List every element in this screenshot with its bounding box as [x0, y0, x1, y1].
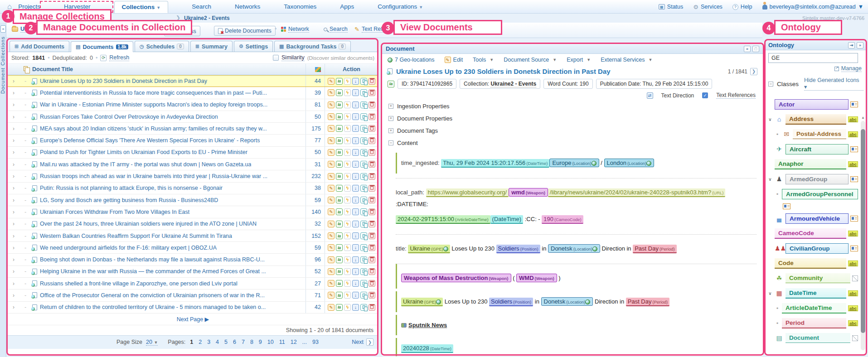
class-name[interactable]: Anaphor — [775, 159, 846, 169]
section-toggle-icon[interactable]: + — [388, 104, 393, 109]
ontology-class-civiliangroup[interactable]: ♟♟CivilianGroup — [767, 242, 858, 254]
copy-action-icon[interactable] — [360, 161, 367, 168]
edit-action-icon[interactable]: ✎ — [328, 101, 335, 108]
download-action-icon[interactable]: ↓ — [352, 137, 359, 144]
delete-action-icon[interactable] — [369, 185, 375, 192]
process-action-icon[interactable]: ϟ — [344, 89, 351, 96]
row-expand-icon[interactable]: › — [8, 233, 19, 239]
class-name[interactable]: Address — [786, 114, 846, 125]
ontology-class-period[interactable]: •Periodabc — [767, 317, 858, 329]
table-row[interactable]: ›-War in Ukraine - Estonian Prime Minist… — [8, 99, 378, 111]
edit-action-icon[interactable]: ✎ — [328, 208, 335, 215]
table-row[interactable]: ›-We need underground airfields for the … — [8, 242, 378, 254]
class-name[interactable]: Community — [786, 273, 850, 283]
process-action-icon[interactable]: ϟ — [344, 113, 351, 120]
download-action-icon[interactable]: ↓ — [352, 208, 359, 215]
row-expand-icon[interactable]: › — [8, 161, 19, 168]
row-expand-icon[interactable]: › — [8, 90, 19, 96]
document-title-text[interactable]: Russians shelled a front-line village in… — [40, 280, 238, 287]
download-action-icon[interactable]: ↓ — [352, 268, 359, 275]
process-action-icon[interactable]: ϟ — [344, 125, 351, 132]
class-name[interactable]: Code — [775, 258, 846, 269]
nav-item-configurations[interactable]: Configurations▼ — [378, 3, 423, 10]
classes-collapse-icon[interactable]: − — [768, 82, 773, 87]
network-link[interactable]: Network — [281, 26, 309, 33]
delete-action-icon[interactable] — [369, 221, 375, 227]
delete-action-icon[interactable] — [369, 173, 375, 180]
document-title-text[interactable]: Western Balkan Countries Reaffirm Suppor… — [40, 233, 232, 239]
ontology-class-actor[interactable]: Actor — [767, 98, 858, 110]
delete-action-icon[interactable] — [369, 197, 375, 203]
process-action-icon[interactable]: ϟ — [344, 208, 351, 215]
page-number[interactable]: 12 — [290, 339, 298, 345]
class-name[interactable]: Postal-Address — [793, 129, 846, 139]
row-expand-icon[interactable]: › — [8, 292, 19, 299]
edit-action-icon[interactable]: ✎ — [328, 185, 335, 192]
edit-action-icon[interactable]: ✎ — [328, 173, 335, 180]
doc-toolbar-edit[interactable]: ✎Edit — [445, 57, 463, 63]
delete-action-icon[interactable] — [369, 280, 375, 287]
page-number[interactable]: 5 — [223, 339, 228, 345]
page-number[interactable]: 4 — [215, 339, 220, 345]
section-toggle-icon[interactable]: + — [388, 128, 393, 133]
download-action-icon[interactable]: ↓ — [352, 304, 359, 311]
ontology-class-armedgrouppersonnel[interactable]: •ArmedGroupPersonnel — [767, 188, 858, 200]
table-row[interactable]: ›-Boeing shot down in Donbas - the Nethe… — [8, 254, 378, 265]
row-expand-icon[interactable]: › — [8, 78, 19, 84]
row-expand-icon[interactable]: › — [8, 125, 19, 132]
document-title-text[interactable]: Return of children to the controlled ter… — [40, 304, 266, 310]
ontology-class-cameocode[interactable]: CameoCodeabc — [767, 227, 858, 239]
annotate-action-icon[interactable]: Ia — [336, 149, 343, 156]
row-expand-icon[interactable]: › — [8, 185, 19, 191]
nav-item-taxonomies[interactable]: Taxonomies — [284, 3, 316, 10]
section-content[interactable]: −Content — [382, 137, 763, 149]
download-action-icon[interactable]: ↓ — [352, 149, 359, 156]
ontology-search-input[interactable] — [768, 53, 858, 63]
row-expand-icon[interactable]: › — [8, 197, 19, 203]
annotate-action-icon[interactable]: Ia — [336, 256, 343, 263]
class-name[interactable]: CameoCode — [775, 228, 846, 239]
ontology-class-postal-address[interactable]: •✉Postal-Addressabc — [767, 128, 858, 140]
nav-item-apps[interactable]: Apps — [340, 3, 354, 10]
page-number[interactable]: 10 — [267, 339, 275, 345]
copy-action-icon[interactable] — [360, 185, 367, 192]
nav-right-1[interactable]: ⚙Services — [693, 4, 723, 10]
text-references-label[interactable]: Text References — [716, 92, 756, 99]
document-title-text[interactable]: Boeing shot down in Donbas - the Netherl… — [40, 256, 265, 263]
download-action-icon[interactable]: ↓ — [352, 101, 359, 108]
ontology-scrollbar-thumb[interactable] — [861, 129, 865, 333]
annotate-action-icon[interactable]: Ia — [336, 125, 343, 132]
collapse-ontology-icon[interactable]: » — [857, 42, 863, 48]
page-number[interactable]: 6 — [232, 339, 237, 345]
annotate-action-icon[interactable]: Ia — [336, 89, 343, 96]
download-action-icon[interactable]: ↓ — [352, 173, 359, 180]
hide-generated-icons-link[interactable]: Hide Generated Icons ▾ — [804, 77, 863, 91]
edit-action-icon[interactable]: ✎ — [328, 292, 335, 299]
source-link[interactable]: Sputnik News — [408, 322, 447, 328]
search-link[interactable]: Search — [324, 26, 348, 33]
copy-action-icon[interactable] — [360, 256, 367, 263]
page-number[interactable]: 1 — [189, 339, 194, 345]
row-expand-icon[interactable]: › — [8, 280, 19, 287]
class-name[interactable]: Aircraft — [786, 144, 849, 154]
delete-action-icon[interactable] — [369, 304, 375, 311]
delete-action-icon[interactable] — [369, 232, 375, 239]
document-title-text[interactable]: Putin: Russia is not planning to attack … — [40, 185, 223, 191]
annotate-action-icon[interactable]: Ia — [336, 304, 343, 311]
nav-item-networks[interactable]: Networks — [235, 3, 260, 10]
next-document-icon[interactable]: ❯ — [750, 68, 757, 75]
download-action-icon[interactable]: ↓ — [352, 113, 359, 120]
annotate-action-icon[interactable]: Ia — [336, 173, 343, 180]
row-expand-icon[interactable]: › — [8, 304, 19, 310]
edit-action-icon[interactable]: ✎ — [328, 256, 335, 263]
process-action-icon[interactable]: ϟ — [344, 78, 351, 85]
ontology-class-armedgroup[interactable]: ∨♟ArmedGroup — [767, 173, 858, 185]
copy-action-icon[interactable] — [360, 221, 367, 227]
chevron-expand-icon[interactable]: ∨ — [767, 117, 773, 122]
page-number[interactable]: 11 — [278, 339, 286, 345]
annotate-action-icon[interactable]: Ia — [336, 161, 343, 168]
class-name[interactable]: DateTime — [786, 288, 846, 299]
nav-right-0[interactable]: ▦Status — [659, 4, 683, 10]
ontology-class-aircraft[interactable]: ✈Aircraft — [767, 143, 858, 155]
annotate-action-icon[interactable]: Ia — [336, 221, 343, 227]
